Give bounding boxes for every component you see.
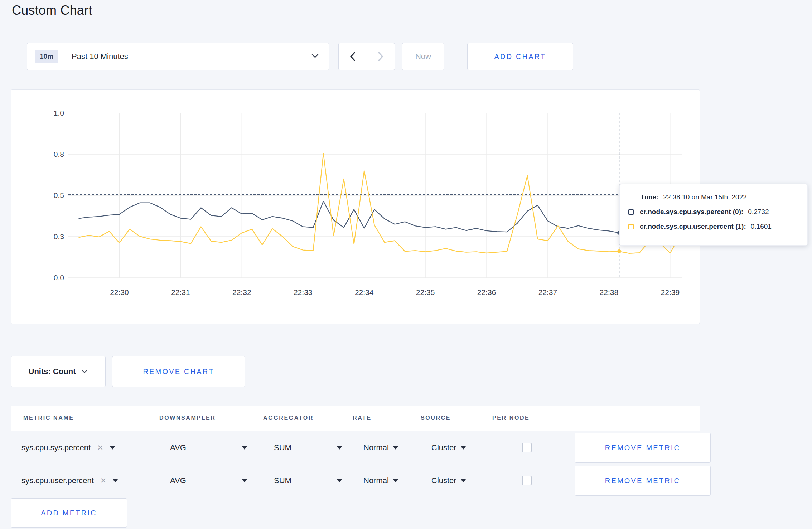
rate-value: Normal xyxy=(363,443,389,452)
source-value: Cluster xyxy=(431,476,456,485)
aggregator-value: SUM xyxy=(274,476,291,485)
tooltip-time-value: 22:38:10 on Mar 15th, 2022 xyxy=(663,193,746,201)
per-node-checkbox[interactable] xyxy=(522,476,532,485)
svg-text:22:37: 22:37 xyxy=(538,288,557,296)
svg-text:22:30: 22:30 xyxy=(110,288,129,296)
caret-down-icon xyxy=(337,479,342,482)
source-value: Cluster xyxy=(431,443,456,452)
caret-down-icon xyxy=(393,446,398,450)
source-select[interactable]: Cluster xyxy=(431,431,466,464)
time-range-label: Past 10 Minutes xyxy=(72,52,128,61)
svg-text:22:31: 22:31 xyxy=(171,288,190,296)
series-line xyxy=(79,154,681,253)
rate-select[interactable]: Normal xyxy=(363,464,398,497)
now-button[interactable]: Now xyxy=(402,43,444,70)
metric-name-value: sys.cpu.sys.percent xyxy=(21,443,91,452)
add-chart-button[interactable]: ADD CHART xyxy=(467,43,573,70)
series-line xyxy=(79,201,681,233)
user-series-marker-icon xyxy=(628,224,634,229)
units-label: Units: Count xyxy=(29,367,76,376)
prev-time-button[interactable] xyxy=(339,43,367,70)
svg-text:22:33: 22:33 xyxy=(294,288,313,296)
svg-text:22:36: 22:36 xyxy=(477,288,496,296)
page-title: Custom Chart xyxy=(12,3,92,18)
caret-down-icon xyxy=(242,479,247,482)
chevron-down-icon xyxy=(311,53,319,60)
rate-select[interactable]: Normal xyxy=(363,431,398,464)
column-header-downsampler: DOWNSAMPLER xyxy=(159,415,216,421)
sys-series-marker-icon xyxy=(628,209,634,215)
aggregator-value: SUM xyxy=(274,443,291,452)
svg-text:0.5: 0.5 xyxy=(54,191,64,199)
downsampler-value: AVG xyxy=(170,443,186,452)
per-node-checkbox[interactable] xyxy=(522,443,532,452)
caret-down-icon xyxy=(461,446,466,450)
metrics-table-header: METRIC NAMEDOWNSAMPLERAGGREGATORRATESOUR… xyxy=(11,406,700,431)
remove-metric-label: REMOVE METRIC xyxy=(605,477,681,485)
remove-chart-button[interactable]: REMOVE CHART xyxy=(112,356,245,387)
remove-metric-button[interactable]: REMOVE METRIC xyxy=(575,433,711,463)
tooltip-sys-value: 0.2732 xyxy=(748,208,769,216)
column-header-metric-name: METRIC NAME xyxy=(23,415,74,421)
rate-value: Normal xyxy=(363,476,389,485)
metric-row: sys.cpu.sys.percent✕AVGSUMNormalClusterR… xyxy=(11,431,700,464)
column-header-source: SOURCE xyxy=(421,415,451,421)
svg-text:0.8: 0.8 xyxy=(54,150,64,158)
clear-metric-icon[interactable]: ✕ xyxy=(97,443,103,452)
metric-name-value: sys.cpu.user.percent xyxy=(21,476,94,485)
chart-tooltip: Time: 22:38:10 on Mar 15th, 2022 cr.node… xyxy=(619,184,808,246)
downsampler-value: AVG xyxy=(170,476,186,485)
tooltip-sys-label: cr.node.sys.cpu.sys.percent (0): xyxy=(640,208,743,216)
clear-metric-icon[interactable]: ✕ xyxy=(100,476,107,485)
svg-text:22:39: 22:39 xyxy=(661,288,680,296)
svg-text:22:38: 22:38 xyxy=(600,288,619,296)
svg-text:22:35: 22:35 xyxy=(416,288,435,296)
metric-name-select[interactable]: sys.cpu.sys.percent✕ xyxy=(21,431,115,464)
caret-down-icon xyxy=(337,446,342,450)
aggregator-select[interactable]: SUM xyxy=(274,464,342,497)
chevron-down-icon xyxy=(81,369,88,374)
tooltip-user-label: cr.node.sys.cpu.user.percent (1): xyxy=(640,223,746,230)
downsampler-select[interactable]: AVG xyxy=(170,464,247,497)
add-chart-label: ADD CHART xyxy=(494,53,546,61)
tooltip-user-value: 0.1601 xyxy=(751,223,772,230)
svg-text:22:32: 22:32 xyxy=(232,288,251,296)
svg-text:0.3: 0.3 xyxy=(54,232,64,241)
remove-chart-label: REMOVE CHART xyxy=(143,368,214,376)
time-pager xyxy=(338,43,395,70)
caret-down-icon xyxy=(110,446,115,450)
next-time-button[interactable] xyxy=(367,43,395,70)
downsampler-select[interactable]: AVG xyxy=(170,431,247,464)
add-metric-button[interactable]: ADD METRIC xyxy=(11,498,127,528)
time-range-select[interactable]: 10m Past 10 Minutes xyxy=(27,43,329,70)
chart-card: 0.00.30.50.81.022:3022:3122:3222:3322:34… xyxy=(11,89,700,324)
timeseries-chart[interactable]: 0.00.30.50.81.022:3022:3122:3222:3322:34… xyxy=(11,90,699,323)
caret-down-icon xyxy=(461,479,466,482)
svg-text:1.0: 1.0 xyxy=(54,109,64,117)
source-select[interactable]: Cluster xyxy=(431,464,466,497)
column-header-rate: RATE xyxy=(353,415,372,421)
add-metric-label: ADD METRIC xyxy=(41,509,97,517)
remove-metric-label: REMOVE METRIC xyxy=(605,444,681,452)
units-select[interactable]: Units: Count xyxy=(11,356,106,387)
toolbar-divider xyxy=(11,43,11,70)
metric-row: sys.cpu.user.percent✕AVGSUMNormalCluster… xyxy=(11,464,700,497)
hover-point xyxy=(617,249,621,253)
now-button-label: Now xyxy=(415,52,431,61)
custom-chart-page: Custom Chart 10m Past 10 Minutes Now ADD… xyxy=(0,0,812,529)
column-header-per-node: PER NODE xyxy=(492,415,530,421)
caret-down-icon xyxy=(113,479,118,482)
tooltip-time-label: Time: xyxy=(641,193,658,201)
aggregator-select[interactable]: SUM xyxy=(274,431,342,464)
caret-down-icon xyxy=(242,446,247,450)
caret-down-icon xyxy=(393,479,398,482)
column-header-aggregator: AGGREGATOR xyxy=(263,415,314,421)
time-range-badge: 10m xyxy=(35,50,58,63)
svg-text:0.0: 0.0 xyxy=(54,273,64,282)
metric-name-select[interactable]: sys.cpu.user.percent✕ xyxy=(21,464,118,497)
remove-metric-button[interactable]: REMOVE METRIC xyxy=(575,466,711,496)
svg-text:22:34: 22:34 xyxy=(355,288,374,296)
